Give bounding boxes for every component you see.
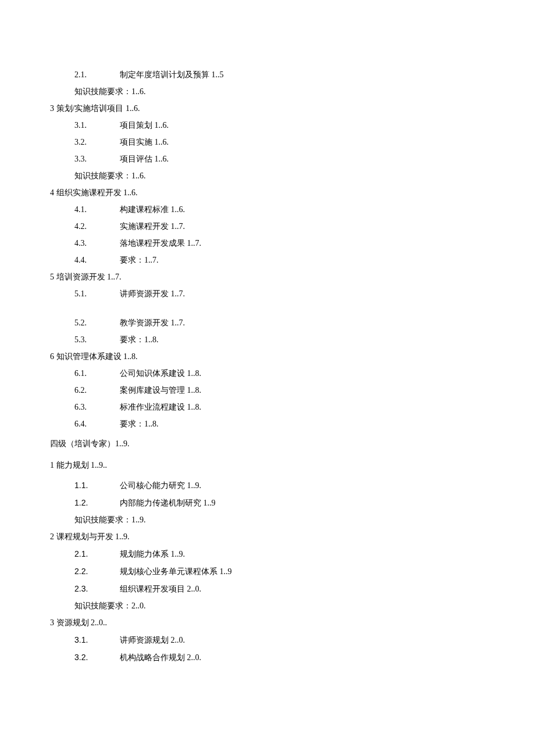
toc-line: 4.2.实施课程开发 1..7. [74, 223, 535, 231]
toc-line-text: 要求：1..8. [120, 335, 159, 344]
toc-line: 知识技能要求：1..6. [74, 88, 535, 96]
toc-line: 2.1.制定年度培训计划及预算 1..5 [74, 71, 535, 79]
toc-line-number: 1.1. [74, 481, 120, 489]
toc-line-number: 4.2. [74, 223, 120, 231]
toc-line-number: 5.3. [74, 336, 120, 344]
toc-line-text: 实施课程开发 1..7. [120, 222, 185, 231]
toc-line: 4 组织实施课程开发 1..6. [50, 189, 535, 197]
toc-line-text: 构建课程标准 1..6. [120, 205, 185, 214]
toc-line-number: 6.3. [74, 403, 120, 411]
document-text-block: 2.1.制定年度培训计划及预算 1..5知识技能要求：1..6.3 策划/实施培… [50, 71, 535, 662]
toc-line-number: 3.2. [74, 653, 120, 661]
toc-line-number: 1.2. [74, 499, 120, 507]
toc-line-number: 3.2. [74, 138, 120, 146]
toc-line-text: 项目实施 1..6. [120, 138, 169, 146]
toc-line: 知识技能要求：1..9. [74, 516, 535, 524]
toc-line-text: 要求：1..8. [120, 420, 159, 428]
toc-line: 3 资源规划 2..0.. [50, 619, 535, 627]
toc-line-number: 4.4. [74, 256, 120, 264]
toc-line: 6.4.要求：1..8. [74, 420, 535, 428]
toc-line: 6.1.公司知识体系建设 1..8. [74, 370, 535, 378]
toc-line-text: 5 培训资源开发 1..7. [50, 273, 122, 281]
toc-line-text: 项目评估 1..6. [120, 155, 169, 163]
toc-line: 3.1.项目策划 1..6. [74, 121, 535, 130]
toc-line-number: 6.4. [74, 420, 120, 428]
toc-line: 3.1.讲师资源规划 2..0. [74, 636, 535, 644]
toc-line-number: 6.2. [74, 386, 120, 395]
toc-line-text: 规划能力体系 1..9. [120, 550, 185, 558]
toc-line-text: 讲师资源开发 1..7. [120, 289, 185, 298]
toc-line: 2.3.组织课程开发项目 2..0. [74, 585, 535, 593]
toc-line-text: 组织课程开发项目 2..0. [120, 585, 201, 593]
toc-line-text: 讲师资源规划 2..0. [120, 636, 185, 644]
toc-line-text: 机构战略合作规划 2..0. [120, 653, 201, 662]
toc-line-text: 案例库建设与管理 1..8. [120, 386, 201, 395]
toc-line-text: 落地课程开发成果 1..7. [120, 239, 201, 248]
toc-line-text: 教学资源开发 1..7. [120, 318, 185, 327]
toc-line: 知识技能要求：2..0. [74, 602, 535, 610]
toc-line: 1.2.内部能力传递机制研究 1..9 [74, 499, 535, 507]
toc-line-number: 5.2. [74, 319, 120, 327]
toc-line-text: 规划核心业务单元课程体系 1..9 [120, 567, 232, 576]
toc-line-text: 知识技能要求：1..6. [74, 87, 146, 96]
toc-line-text: 知识技能要求：1..6. [74, 171, 146, 180]
toc-line-number: 2.3. [74, 585, 120, 593]
toc-line: 4.1.构建课程标准 1..6. [74, 206, 535, 214]
toc-line: 2.2.规划核心业务单元课程体系 1..9 [74, 567, 535, 576]
toc-line-number: 3.1. [74, 636, 120, 644]
toc-line-text: 4 组织实施课程开发 1..6. [50, 188, 138, 197]
toc-line-text: 制定年度培训计划及预算 1..5 [120, 70, 224, 79]
toc-line-text: 知识技能要求：2..0. [74, 601, 146, 610]
toc-line-text: 要求：1..7. [120, 256, 159, 264]
toc-line-number: 4.3. [74, 239, 120, 248]
toc-line-text: 6 知识管理体系建设 1..8. [50, 352, 138, 361]
toc-line-text: 1 能力规划 1..9.. [50, 461, 107, 470]
toc-line-text: 四级（培训专家）1..9. [50, 439, 130, 448]
toc-line: 6 知识管理体系建设 1..8. [50, 353, 535, 361]
toc-line: 4.4.要求：1..7. [74, 256, 535, 264]
toc-line: 5 培训资源开发 1..7. [50, 273, 535, 281]
toc-line-text: 公司知识体系建设 1..8. [120, 369, 201, 378]
toc-line-text: 2 课程规划与开发 1..9. [50, 532, 130, 541]
toc-line: 1.1.公司核心能力研究 1..9. [74, 481, 535, 490]
toc-line: 5.2.教学资源开发 1..7. [74, 319, 535, 327]
toc-line-number: 2.1. [74, 71, 120, 79]
toc-line: 四级（培训专家）1..9. [50, 440, 535, 448]
toc-line: 2 课程规划与开发 1..9. [50, 533, 535, 541]
toc-line-number: 5.1. [74, 290, 120, 298]
toc-line: 5.1.讲师资源开发 1..7. [74, 290, 535, 298]
toc-line: 6.2.案例库建设与管理 1..8. [74, 386, 535, 395]
toc-line-text: 内部能力传递机制研究 1..9 [120, 499, 216, 507]
toc-line-number: 3.3. [74, 155, 120, 163]
toc-line-text: 公司核心能力研究 1..9. [120, 481, 201, 490]
toc-line-text: 标准作业流程建设 1..8. [120, 403, 201, 411]
toc-line-text: 知识技能要求：1..9. [74, 515, 146, 524]
toc-line-number: 2.1. [74, 550, 120, 558]
toc-line: 1 能力规划 1..9.. [50, 461, 535, 470]
toc-line: 知识技能要求：1..6. [74, 172, 535, 180]
toc-line-number: 3.1. [74, 121, 120, 130]
toc-line: 5.3.要求：1..8. [74, 336, 535, 344]
toc-line-number: 4.1. [74, 206, 120, 214]
toc-line: 3 策划/实施培训项目 1..6. [50, 105, 535, 113]
toc-line-text: 3 策划/实施培训项目 1..6. [50, 104, 140, 113]
toc-line-number: 2.2. [74, 567, 120, 575]
toc-line: 3.2.项目实施 1..6. [74, 138, 535, 146]
toc-line-number: 6.1. [74, 370, 120, 378]
toc-line: 4.3.落地课程开发成果 1..7. [74, 239, 535, 248]
toc-line: 6.3.标准作业流程建设 1..8. [74, 403, 535, 411]
toc-line: 3.3.项目评估 1..6. [74, 155, 535, 163]
toc-line: 2.1.规划能力体系 1..9. [74, 550, 535, 558]
toc-line: 3.2.机构战略合作规划 2..0. [74, 653, 535, 662]
toc-line-text: 项目策划 1..6. [120, 121, 169, 130]
toc-line-text: 3 资源规划 2..0.. [50, 618, 107, 627]
